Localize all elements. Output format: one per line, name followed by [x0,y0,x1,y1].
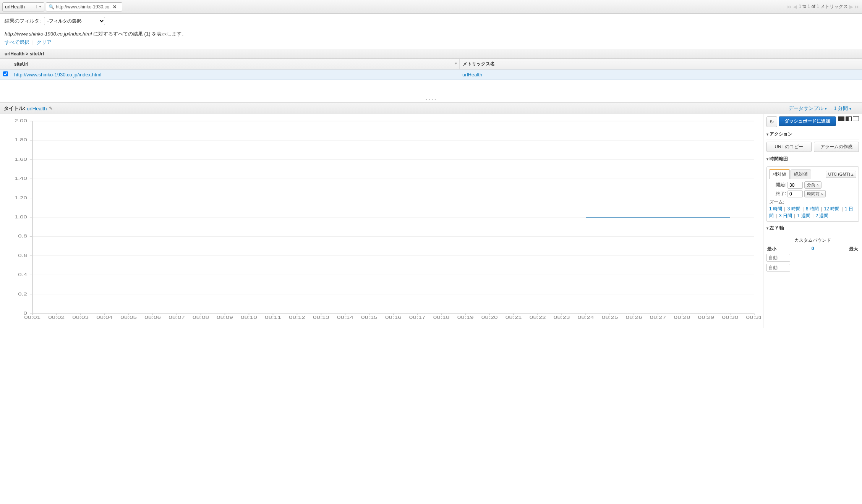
svg-text:08:21: 08:21 [506,315,522,320]
refresh-button[interactable]: ↻ [766,116,777,127]
period-dropdown[interactable]: 1 分間▾ [834,105,851,112]
chart-title-value: urlHealth [27,106,47,111]
svg-text:08:13: 08:13 [313,315,329,320]
svg-text:1.20: 1.20 [15,195,28,200]
create-alarm-button[interactable]: アラームの作成 [814,142,859,152]
filter-select[interactable]: -フィルタの選択- [44,17,105,25]
copy-url-button[interactable]: URL のコピー [766,142,812,152]
svg-text:08:28: 08:28 [674,315,690,320]
zoom-link[interactable]: 6 時間 [806,206,819,212]
end-unit-select[interactable]: 時間前 ▵ [804,190,826,197]
time-range-box: 相対値 絶対値 UTC (GMT) ▵ 開始: 分前 ▵ 終了: 時間前 ▵ ズ… [766,166,859,222]
time-range-section-header[interactable]: 時間範囲 [766,154,859,164]
results-filter-bar: 結果のフィルタ: -フィルタの選択- [0,14,862,28]
svg-text:08:16: 08:16 [385,315,402,320]
svg-text:08:06: 08:06 [144,315,161,320]
chart-sidebar: ↻ ダッシュボードに追加 アクション URL のコピー アラームの作成 時間範囲… [763,114,862,328]
actions-section-header[interactable]: アクション [766,129,859,139]
layout-empty-icon[interactable] [853,116,859,121]
chart-svg: 00.20.40.60.81.001.201.401.601.802.0008:… [2,117,761,323]
col-metric-name[interactable]: メトリックス名 [459,59,862,69]
y-min-input[interactable] [766,254,790,262]
pager-prev-icon[interactable]: ◀ [793,4,797,10]
zoom-link[interactable]: 12 時間 [824,206,839,212]
svg-text:1.60: 1.60 [15,157,28,162]
row-metric-link[interactable]: urlHealth [462,72,482,78]
svg-text:08:09: 08:09 [217,315,233,320]
sort-icon: ▾ [455,61,457,65]
results-suffix: に対するすべての結果 (1) を表示します。 [92,31,186,37]
layout-toggle [838,116,859,121]
col-checkbox [0,59,11,69]
svg-text:2.00: 2.00 [15,119,28,123]
y-custom-bound-label: カスタムバウンド [766,237,859,244]
y-max-input[interactable] [766,264,790,271]
close-icon[interactable]: ✕ [113,4,117,10]
pager-next-icon[interactable]: ▶ [849,4,853,10]
tab-relative[interactable]: 相対値 [769,169,790,179]
svg-text:1.40: 1.40 [15,176,28,181]
svg-text:08:29: 08:29 [698,315,715,320]
tab-absolute[interactable]: 絶対値 [791,170,811,179]
svg-text:0.2: 0.2 [18,292,27,296]
data-sample-dropdown[interactable]: データサンプル▾ [789,105,827,112]
y-zero[interactable]: 0 [812,246,814,252]
svg-text:08:03: 08:03 [72,315,89,320]
grip-icon: • • • • [426,98,436,102]
svg-text:08:08: 08:08 [193,315,209,320]
pager-text: 1 to 1 of 1 メトリックス [799,3,848,10]
start-label: 開始: [769,182,786,188]
end-input[interactable] [787,191,803,197]
clear-link[interactable]: クリア [37,39,52,45]
svg-text:08:02: 08:02 [48,315,65,320]
search-icon: 🔍 [49,4,54,10]
svg-text:1.00: 1.00 [15,215,28,219]
results-info: http://www.shinko-1930.co.jp/index.html … [0,28,862,38]
pager: ⏮ ◀ 1 to 1 of 1 メトリックス ▶ ⏭ [787,3,860,10]
svg-text:08:23: 08:23 [554,315,570,320]
metrics-table: siteUrl ▾ メトリックス名 http://www.shinko-1930… [0,59,862,80]
breadcrumb: urlHealth > siteUrl [0,49,862,59]
zoom-link[interactable]: 3 時間 [787,206,800,212]
svg-text:08:27: 08:27 [650,315,666,320]
svg-text:0.6: 0.6 [18,254,27,258]
svg-text:08:11: 08:11 [265,315,281,320]
select-all-link[interactable]: すべて選択 [5,39,29,45]
zoom-link[interactable]: 1 週間 [797,213,810,218]
zoom-label: ズーム: [769,199,856,205]
svg-text:08:25: 08:25 [602,315,618,320]
y-axis-section-header[interactable]: 左 Y 軸 [766,223,859,233]
layout-half-icon[interactable] [846,116,852,121]
zoom-link[interactable]: 2 週間 [815,213,828,218]
row-url-link[interactable]: http://www.shinko-1930.co.jp/index.html [14,72,101,78]
pager-first-icon[interactable]: ⏮ [787,4,792,10]
filter-label: 結果のフィルタ: [5,18,41,24]
pager-last-icon[interactable]: ⏭ [855,4,860,10]
row-checkbox[interactable] [3,71,8,76]
svg-text:08:30: 08:30 [722,315,739,320]
chart-canvas[interactable]: 00.20.40.60.81.001.201.401.601.802.0008:… [0,114,763,328]
layout-full-icon[interactable] [838,116,844,121]
metric-namespace-dropdown[interactable]: urlHealth ▼ [2,2,44,11]
zoom-link[interactable]: 1 時間 [769,206,782,212]
svg-text:08:17: 08:17 [409,315,426,320]
timezone-select[interactable]: UTC (GMT) ▵ [826,171,857,178]
svg-text:08:14: 08:14 [337,315,353,320]
end-label: 終了: [769,191,786,197]
svg-text:08:22: 08:22 [530,315,546,320]
y-max-label: 最大 [849,246,858,252]
svg-text:08:15: 08:15 [361,315,378,320]
edit-title-icon[interactable]: ✎ [49,106,53,111]
table-row[interactable]: http://www.shinko-1930.co.jp/index.html … [0,69,862,80]
panel-resize-handle[interactable]: • • • • [0,80,862,103]
add-to-dashboard-button[interactable]: ダッシュボードに追加 [779,116,836,126]
chart-area: 00.20.40.60.81.001.201.401.601.802.0008:… [0,114,862,328]
search-filter-pill[interactable]: 🔍 http://www.shinko-1930.co. ✕ [46,2,122,11]
svg-text:08:19: 08:19 [457,315,474,320]
start-unit-select[interactable]: 分前 ▵ [804,181,821,189]
svg-text:08:18: 08:18 [433,315,450,320]
zoom-link[interactable]: 3 日間 [779,213,792,218]
start-input[interactable] [787,182,803,189]
col-siteurl[interactable]: siteUrl ▾ [11,59,459,69]
chart-header: タイトル: urlHealth ✎ データサンプル▾ 1 分間▾ [0,103,862,114]
